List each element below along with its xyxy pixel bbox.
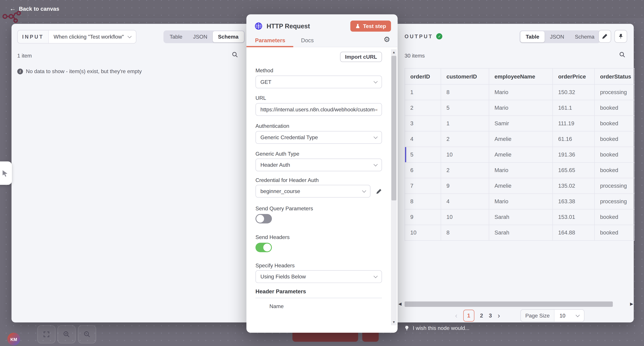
send-query-parameters-label: Send Query Parameters xyxy=(256,205,382,212)
table-row[interactable]: 108Sarah164.88booked xyxy=(405,225,634,240)
zoom-in-button[interactable] xyxy=(58,325,76,344)
table-cell: 61.16 xyxy=(552,131,594,147)
column-header[interactable]: employeeName xyxy=(489,68,553,84)
import-curl-button[interactable]: Import cURL xyxy=(340,52,382,62)
input-source-dropdown[interactable]: When clicking "Test workflow" xyxy=(49,30,136,43)
page-size-value: 10 xyxy=(560,312,565,319)
generic-auth-type-label: Generic Auth Type xyxy=(256,151,382,157)
table-cell: booked xyxy=(594,116,634,131)
generic-auth-type-select[interactable]: Header Auth xyxy=(256,158,382,171)
table-row[interactable]: 25Mario161.1booked xyxy=(405,100,634,116)
table-cell: 4 xyxy=(405,131,441,147)
chevron-down-icon xyxy=(127,34,131,38)
node-settings-gear-icon[interactable]: ⚙ xyxy=(384,36,390,43)
output-horizontal-scrollbar[interactable] xyxy=(404,302,613,307)
next-page-icon[interactable]: › xyxy=(498,312,500,319)
table-cell: 2 xyxy=(405,100,441,116)
table-header-row: orderID customerID employeeName orderPri… xyxy=(405,68,634,84)
column-header[interactable]: orderStatus xyxy=(594,68,634,84)
send-headers-label: Send Headers xyxy=(256,234,382,240)
prev-page-icon[interactable]: ‹ xyxy=(455,312,457,319)
credential-select[interactable]: beginner_course xyxy=(256,185,370,198)
specify-headers-select[interactable]: Using Fields Below xyxy=(256,270,382,283)
table-row[interactable]: 42Amelie61.16booked xyxy=(405,131,634,147)
chevron-down-icon xyxy=(374,162,378,166)
url-label: URL xyxy=(256,95,382,101)
output-search-button[interactable] xyxy=(619,51,626,60)
output-tab-schema[interactable]: Schema xyxy=(570,31,600,42)
output-panel-title: OUTPUT ✓ xyxy=(404,33,442,40)
table-cell: Mario xyxy=(489,84,553,100)
input-tab-json[interactable]: JSON xyxy=(188,31,213,42)
zoom-to-fit-button[interactable] xyxy=(38,325,56,344)
table-row[interactable]: 79Amelie135.02processing xyxy=(405,178,634,194)
scroll-right-icon[interactable]: ▶ xyxy=(630,302,633,306)
authentication-select[interactable]: Generic Credential Type xyxy=(256,131,382,144)
table-row[interactable]: 31Samir111.19booked xyxy=(405,116,634,131)
table-row[interactable]: 510Amelie191.36booked xyxy=(405,147,634,162)
scroll-up-icon[interactable]: ▲ xyxy=(391,50,397,54)
scrollbar-thumb[interactable] xyxy=(392,56,396,200)
input-tab-table[interactable]: Table xyxy=(164,31,188,42)
method-select[interactable]: GET xyxy=(256,76,382,88)
table-cell: Sarah xyxy=(489,209,553,225)
page-size-dropdown[interactable]: 10 xyxy=(554,310,584,322)
chevron-down-icon xyxy=(362,188,366,192)
header-parameters-title: Header Parameters xyxy=(256,288,382,294)
send-headers-toggle[interactable] xyxy=(256,243,272,252)
chevron-down-icon xyxy=(576,313,580,317)
tab-parameters[interactable]: Parameters xyxy=(255,38,285,44)
header-parameters-divider xyxy=(256,298,382,298)
table-row[interactable]: 18Mario150.32processing xyxy=(405,84,634,100)
output-panel-label: OUTPUT xyxy=(404,34,433,39)
output-tab-json[interactable]: JSON xyxy=(544,31,570,42)
table-cell: Sarah xyxy=(489,225,553,240)
user-avatar[interactable]: KM xyxy=(8,333,20,346)
zoom-out-button[interactable] xyxy=(78,325,96,344)
table-row[interactable]: 62Mario165.65booked xyxy=(405,162,634,178)
specify-headers-label: Specify Headers xyxy=(256,262,382,269)
scroll-left-icon[interactable]: ◀ xyxy=(398,302,402,306)
back-to-canvas[interactable]: ← Back to canvas xyxy=(10,5,59,12)
pin-data-button[interactable] xyxy=(614,30,627,43)
table-cell: 10 xyxy=(405,225,441,240)
page-size-control[interactable]: Page Size 10 xyxy=(520,309,584,322)
input-items-count: 1 item xyxy=(17,52,32,59)
tab-docs[interactable]: Docs xyxy=(301,38,314,44)
table-row[interactable]: 84Mario163.38processing xyxy=(405,194,634,209)
column-header[interactable]: orderID xyxy=(405,68,441,84)
table-cell: booked xyxy=(594,131,634,147)
parameters-panel: Import cURL Method GET URL https://inter… xyxy=(246,47,398,333)
pointer-tool-button[interactable] xyxy=(0,161,12,185)
input-source-selector[interactable]: INPUT When clicking "Test workflow" xyxy=(17,30,136,44)
input-search-button[interactable] xyxy=(232,51,238,60)
scroll-down-icon[interactable]: ▼ xyxy=(391,320,397,324)
page-button-3[interactable]: 3 xyxy=(489,312,492,319)
edit-output-button[interactable] xyxy=(598,30,611,43)
column-header[interactable]: orderPrice xyxy=(552,68,594,84)
node-feedback-link[interactable]: I wish this node would... xyxy=(404,325,470,331)
column-header[interactable]: customerID xyxy=(441,68,489,84)
output-tab-table[interactable]: Table xyxy=(520,31,544,42)
node-title: HTTP Request xyxy=(266,22,310,30)
chevron-down-icon xyxy=(374,135,378,139)
active-tab-underline xyxy=(246,46,293,47)
table-row[interactable]: 910Sarah153.01booked xyxy=(405,209,634,225)
authentication-label: Authentication xyxy=(256,123,382,129)
edit-credential-icon[interactable] xyxy=(376,188,382,194)
send-query-parameters-toggle[interactable] xyxy=(256,214,272,224)
search-icon xyxy=(619,51,626,58)
test-step-button[interactable]: Test step xyxy=(350,20,391,32)
flask-icon xyxy=(355,24,360,29)
table-cell: 163.38 xyxy=(552,194,594,209)
page-button-1[interactable]: 1 xyxy=(463,310,474,322)
wish-text: I wish this node would... xyxy=(413,325,470,331)
input-tab-schema[interactable]: Schema xyxy=(213,31,244,42)
modal-scrollbar[interactable]: ▲ ▼ xyxy=(391,49,397,325)
specify-headers-value: Using Fields Below xyxy=(260,274,306,280)
url-input[interactable]: https://internal.users.n8n.cloud/webhook… xyxy=(256,103,382,116)
table-cell: 2 xyxy=(441,162,489,178)
table-cell: 8 xyxy=(441,84,489,100)
table-cell: processing xyxy=(594,194,634,209)
page-button-2[interactable]: 2 xyxy=(480,312,483,319)
